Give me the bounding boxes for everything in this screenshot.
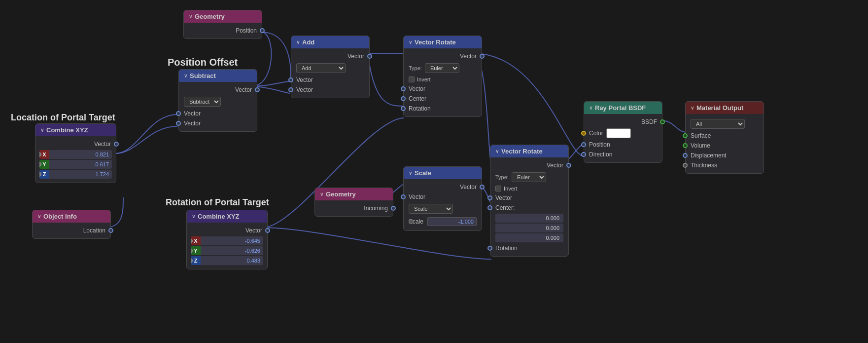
vr1-vector-row: Vector [404,84,482,94]
subtract-vec1-row: Vector [179,109,257,118]
combine-xyz1-node: ∨ Combine XYZ Vector X 0.821 Y -0.617 Z … [35,123,116,183]
scale-vector-out-row: Vector [404,182,482,192]
subtract-vec1-in[interactable] [176,111,181,116]
add-vec2-row: Vector [291,85,369,95]
add-vec1-label: Vector [296,76,313,83]
add-vector-out-label: Vector [347,53,364,60]
combine-xyz2-title: Combine XYZ [198,213,240,220]
bsdf-color-swatch[interactable] [606,128,631,138]
scale-dropdown[interactable]: Scale [409,204,453,214]
vr2-rotation-in[interactable] [487,246,492,251]
bsdf-direction-row: Direction [584,150,662,159]
geometry-bottom-body: Incoming [315,200,393,216]
geom-incoming-out[interactable] [391,206,396,211]
vector-out-label: Vector [235,86,252,93]
scale-node: ∨ Scale Vector Vector Scale Scale -1.000 [403,166,482,231]
mat-volume-in[interactable] [683,143,688,148]
add-vector-out[interactable] [367,54,372,59]
material-output-body: All Surface Volume Displacement Thicknes… [686,114,764,173]
scale-scale-value: -1.000 [427,217,477,226]
object-info-location-out[interactable] [108,228,113,233]
cxyz2-vector-out[interactable] [265,228,270,233]
bsdf-direction-label: Direction [589,151,612,158]
vr1-center-in[interactable] [401,96,406,101]
mat-displacement-in[interactable] [683,153,688,158]
chevron-icon: ∨ [40,127,44,133]
scale-title: Scale [415,169,431,177]
position-socket-out[interactable] [260,28,265,33]
scale-vector-out-label: Vector [460,184,477,191]
add-vec1-row: Vector [291,75,369,85]
scale-vector-in[interactable] [401,194,406,199]
object-info-location-row: Location [33,226,110,235]
vector-rotate1-header: ∨ Vector Rotate [404,36,482,48]
vr1-vector-out[interactable] [480,54,485,59]
mat-surface-in[interactable] [683,133,688,138]
subtract-header: ∨ Subtract [179,70,257,82]
vr1-type-row: Type: Euler [404,61,482,75]
geometry-top-header: ∨ Geometry [184,10,262,23]
vr2-center3: 0.000 [495,233,563,242]
subtract-vec2-in[interactable] [176,121,181,126]
ray-portal-bsdf-body: BSDF Color Position Direction [584,114,662,162]
add-dropdown[interactable]: Add [296,63,346,73]
scale-vector-label: Vector [409,193,425,200]
scale-value-row: Scale -1.000 [404,216,482,228]
mat-displacement-row: Displacement [686,151,764,160]
add-vec2-in[interactable] [288,87,293,92]
vr1-vector-in[interactable] [401,86,406,91]
vr1-invert-checkbox[interactable] [409,76,415,82]
scale-vector-out[interactable] [480,185,485,190]
subtract-vector-out[interactable] [255,87,260,92]
vr2-center2: 0.000 [495,224,563,232]
vr2-rotation-label: Rotation [495,245,518,252]
mat-volume-row: Volume [686,141,764,151]
cxyz1-vector-out[interactable] [114,142,119,147]
chevron-icon: ∨ [495,149,499,154]
vr2-center-in[interactable] [487,205,492,210]
cxyz1-y-row: Y -0.617 [39,160,112,169]
vr1-invert-row: Invert [404,75,482,84]
chevron-icon: ∨ [320,191,323,197]
cxyz1-z-value: 1.724 [49,170,112,179]
vr1-rotation-in[interactable] [401,106,406,111]
object-info-title: Object Info [43,213,77,220]
bsdf-bsdf-out-row: BSDF [584,117,662,127]
vr2-invert-checkbox[interactable] [495,186,501,191]
scale-body: Vector Vector Scale Scale -1.000 [404,179,482,230]
scale-header: ∨ Scale [404,167,482,179]
scale-value-socket[interactable] [409,219,414,224]
bsdf-direction-in[interactable] [581,152,586,157]
object-info-location-label: Location [83,227,105,234]
vr2-vector-in[interactable] [487,195,492,200]
add-body: Vector Add Vector Vector [291,48,369,98]
vr2-type-dropdown[interactable]: Euler [512,172,546,182]
cxyz2-x-row: X -0.645 [191,236,263,245]
vr2-vector-out-row: Vector [490,160,568,170]
chevron-icon: ∨ [409,39,412,45]
vr2-vector-out[interactable] [566,163,571,168]
bsdf-bsdf-out[interactable] [660,119,665,124]
vr1-type-dropdown[interactable]: Euler [425,63,459,73]
material-all-dropdown[interactable]: All [691,119,745,129]
subtract-dropdown[interactable]: Subtract [184,97,221,107]
ray-portal-bsdf-node: ∨ Ray Portal BSDF BSDF Color Position Di… [584,101,662,163]
object-info-header: ∨ Object Info [33,210,110,223]
cxyz2-vector-out-label: Vector [245,227,262,234]
bsdf-color-in[interactable] [581,131,586,136]
vr2-invert-label: Invert [504,186,518,191]
cxyz2-y-row: Y -0.626 [191,246,263,255]
combine-xyz1-header: ∨ Combine XYZ [35,124,116,136]
vr2-center-label: Center: [495,204,515,211]
bsdf-position-in[interactable] [581,142,586,147]
combine-xyz2-body: Vector X -0.645 Y -0.626 Z 0.483 [187,223,267,269]
vector-rotate1-node: ∨ Vector Rotate Vector Type: Euler Inver… [403,36,482,117]
object-info-node: ∨ Object Info Location [32,210,111,239]
add-vec1-in[interactable] [288,77,293,82]
geom-incoming-row: Incoming [315,203,393,213]
mat-thickness-in[interactable] [683,163,688,168]
vr1-vector-out-label: Vector [460,53,477,60]
subtract-dropdown-row: Subtract [179,95,257,109]
chevron-icon: ∨ [192,214,195,219]
subtract-vec2-label: Vector [184,120,201,127]
